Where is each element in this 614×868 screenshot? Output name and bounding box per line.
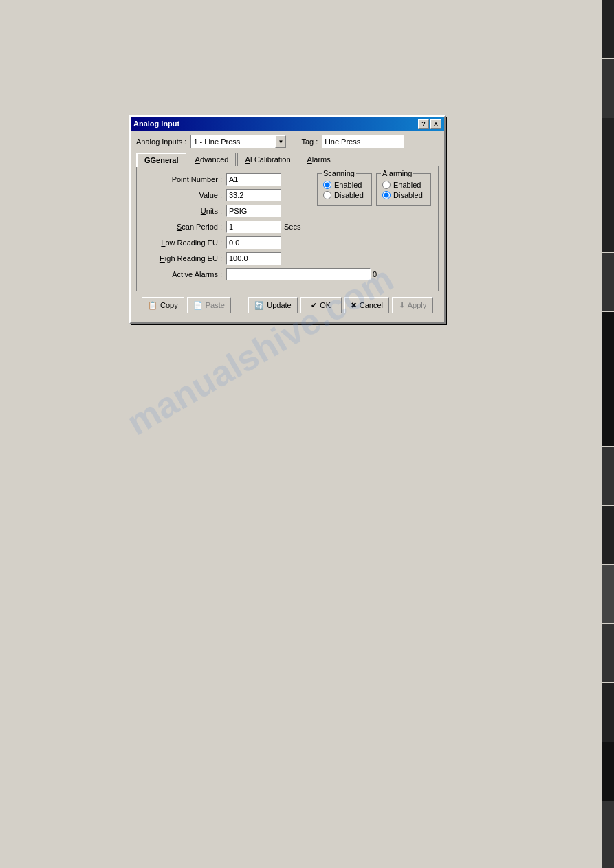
- close-button[interactable]: X: [430, 119, 441, 129]
- scanning-legend: Scanning: [322, 169, 356, 177]
- scanning-group: Scanning Enabled Disabled: [317, 173, 372, 206]
- update-button[interactable]: 🔄 Update: [248, 297, 297, 313]
- alarming-disabled-radio[interactable]: [382, 191, 391, 199]
- tag-label: Tag :: [301, 137, 318, 146]
- cancel-button[interactable]: ✖ Cancel: [344, 297, 389, 313]
- dialog-titlebar: Analog Input ? X: [131, 117, 444, 131]
- copy-button[interactable]: 📋 Copy: [142, 297, 184, 313]
- apply-button[interactable]: ⬇ Apply: [392, 297, 433, 313]
- analog-inputs-display: 1 - Line Press: [190, 135, 276, 148]
- active-alarms-row: Active Alarms : 0: [144, 268, 431, 280]
- alarm-count: 0: [373, 270, 377, 278]
- low-reading-row: Low Reading EU :: [144, 236, 431, 249]
- high-reading-label: High Reading EU :: [144, 254, 226, 263]
- scanning-disabled-row: Disabled: [323, 191, 366, 199]
- units-input[interactable]: [226, 205, 281, 217]
- radio-panels: Scanning Enabled Disabled Alarming: [317, 172, 431, 206]
- low-reading-label: Low Reading EU :: [144, 238, 226, 247]
- analog-inputs-wrapper: 1 - Line Press ▼: [190, 135, 286, 148]
- tag-input[interactable]: [322, 135, 404, 148]
- paste-icon: 📄: [193, 301, 203, 310]
- tab-alarms[interactable]: Alarms: [300, 153, 338, 166]
- active-alarms-label: Active Alarms :: [144, 270, 226, 278]
- high-reading-input[interactable]: [226, 252, 281, 265]
- scan-period-row: Scan Period : Secs: [144, 221, 431, 233]
- point-number-label: Point Number :: [144, 175, 226, 183]
- scanning-disabled-label: Disabled: [334, 191, 364, 199]
- title-buttons: ? X: [418, 119, 441, 129]
- tab-general[interactable]: GGeneral: [136, 153, 186, 167]
- units-label: Units :: [144, 207, 226, 215]
- ok-button[interactable]: ✔ OK: [300, 297, 342, 313]
- tab-ai-calibration[interactable]: AI Calibration: [237, 153, 298, 166]
- apply-icon: ⬇: [399, 301, 405, 310]
- analog-inputs-value: 1 - Line Press: [193, 137, 240, 146]
- top-row: Analog Inputs : 1 - Line Press ▼ Tag :: [136, 135, 439, 148]
- dialog-title: Analog Input: [133, 120, 179, 128]
- scanning-enabled-radio[interactable]: [323, 181, 331, 189]
- copy-icon: 📋: [148, 301, 157, 310]
- analog-inputs-dropdown-btn[interactable]: ▼: [275, 135, 286, 148]
- analog-inputs-label: Analog Inputs :: [136, 137, 186, 146]
- tab-content-general: Point Number : Value : Units : Scan Peri…: [136, 166, 439, 291]
- alarming-disabled-label: Disabled: [393, 191, 423, 199]
- update-icon: 🔄: [254, 301, 264, 310]
- scanning-enabled-row: Enabled: [323, 181, 366, 189]
- analog-input-dialog: Analog Input ? X Analog Inputs : 1 - Lin…: [129, 115, 446, 324]
- cancel-icon: ✖: [351, 301, 357, 310]
- active-alarms-input[interactable]: [226, 268, 371, 280]
- help-button[interactable]: ?: [418, 119, 429, 129]
- alarming-legend: Alarming: [381, 169, 413, 177]
- alarming-enabled-radio[interactable]: [382, 181, 391, 189]
- secs-label: Secs: [284, 223, 300, 231]
- alarming-disabled-row: Disabled: [382, 191, 425, 199]
- tab-advanced[interactable]: Advanced: [188, 153, 237, 166]
- alarming-group: Alarming Enabled Disabled: [376, 173, 431, 206]
- high-reading-row: High Reading EU :: [144, 252, 431, 265]
- scan-period-input[interactable]: [226, 221, 281, 233]
- point-number-input[interactable]: [226, 173, 281, 186]
- ok-icon: ✔: [311, 301, 317, 310]
- scan-period-label: Scan Period :: [144, 223, 226, 231]
- units-row: Units :: [144, 205, 431, 217]
- scanning-disabled-radio[interactable]: [323, 191, 331, 199]
- dialog-body: Analog Inputs : 1 - Line Press ▼ Tag : G…: [131, 131, 444, 322]
- value-label: Value :: [144, 191, 226, 199]
- alarming-enabled-label: Enabled: [393, 181, 421, 189]
- value-input[interactable]: [226, 189, 281, 201]
- scanning-enabled-label: Enabled: [334, 181, 362, 189]
- low-reading-input[interactable]: [226, 236, 281, 249]
- alarming-enabled-row: Enabled: [382, 181, 425, 189]
- bottom-buttons: 📋 Copy 📄 Paste 🔄 Update ✔ OK ✖ Cancel: [136, 293, 439, 317]
- tabs: GGeneral Advanced AI Calibration Alarms: [136, 153, 439, 166]
- paste-button[interactable]: 📄 Paste: [187, 297, 231, 313]
